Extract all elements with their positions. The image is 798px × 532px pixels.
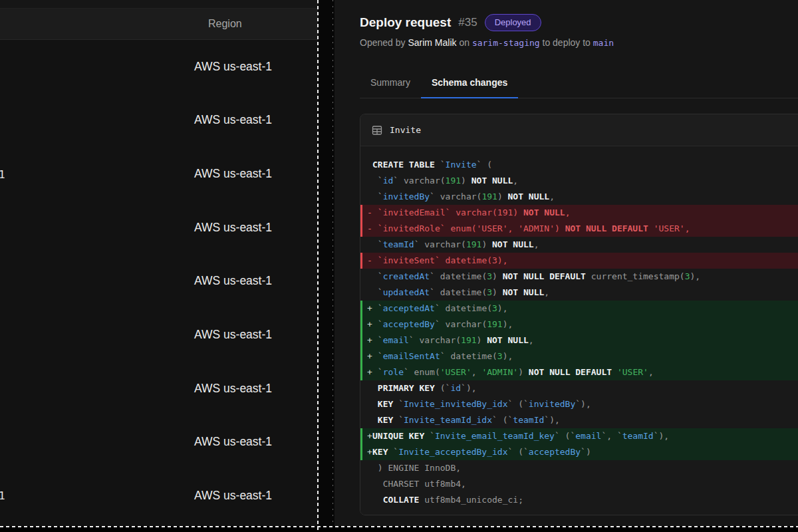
table-row[interactable]: AWS us-east-1 <box>0 94 318 148</box>
deploy-request-header: Deploy request #35 Deployed Opened by Sa… <box>360 0 798 51</box>
code-line: CREATE TABLE `Invite` ( <box>360 157 798 173</box>
region-cell: AWS us-east-1 <box>194 489 272 503</box>
diff-line-added: + `emailSentAt` datetime(3), <box>360 348 798 364</box>
table-row[interactable]: AWS us-east-1 <box>0 415 318 469</box>
diff-line-added: + `acceptedAt` datetime(3), <box>360 301 798 317</box>
schema-table-header: Invite <box>360 114 798 146</box>
schema-table-name: Invite <box>390 125 421 135</box>
code-line: CHARSET utf8mb4, <box>360 476 798 492</box>
diff-line-added: + `role` enum('USER', 'ADMIN') NOT NULL … <box>360 364 798 380</box>
deploy-request-number: #35 <box>458 16 477 29</box>
diff-line-removed: - `invitedRole` enum('USER', 'ADMIN') NO… <box>360 221 798 237</box>
diff-line-removed: - `invitedEmail` varchar(191) NOT NULL, <box>360 205 798 221</box>
region-cell: AWS us-east-1 <box>194 221 272 235</box>
crop-dashed-line-vertical <box>317 0 319 532</box>
diff-plus-marker: + <box>367 364 372 380</box>
code-line: COLLATE utf8mb4_unicode_ci; <box>360 492 798 508</box>
region-cell: AWS us-east-1 <box>194 328 272 342</box>
on-text: on <box>459 37 469 48</box>
diff-line-added: +UNIQUE KEY `Invite_email_teamId_key` (`… <box>360 428 798 444</box>
diff-plus-marker: + <box>367 428 372 444</box>
region-cell: AWS us-east-1 <box>194 167 272 181</box>
table-row[interactable]: AWS us-east-1 <box>0 255 318 309</box>
region-table-body: AWS us-east-1AWS us-east-11AWS us-east-1… <box>0 40 318 523</box>
status-badge: Deployed <box>485 14 541 31</box>
crop-dashed-line-bottom <box>0 526 798 527</box>
code-line: `updatedAt` datetime(3) NOT NULL, <box>360 285 798 301</box>
source-branch-link[interactable]: sarim-staging <box>472 38 540 48</box>
clipped-branch-text: 1 <box>0 489 5 502</box>
region-cell: AWS us-east-1 <box>194 382 272 396</box>
diff-plus-marker: + <box>367 317 372 332</box>
code-line: ) ENGINE InnoDB, <box>360 460 798 476</box>
table-row[interactable]: AWS us-east-1 <box>0 201 318 255</box>
author-name: Sarim Malik <box>408 37 456 48</box>
diff-minus-marker: - <box>367 221 372 237</box>
schema-diff-code: CREATE TABLE `Invite` ( `id` varchar(191… <box>360 146 798 515</box>
bottom-black-band <box>0 527 798 532</box>
table-row[interactable]: AWS us-east-1 <box>0 40 318 94</box>
to-deploy-to-text: to deploy to <box>543 37 591 48</box>
table-row[interactable]: 1AWS us-east-1 <box>0 147 318 201</box>
code-line: `teamId` varchar(191) NOT NULL, <box>360 237 798 253</box>
code-line: `id` varchar(191) NOT NULL, <box>360 173 798 189</box>
diff-plus-marker: + <box>367 348 372 364</box>
tab-summary[interactable]: Summary <box>360 69 421 98</box>
region-cell: AWS us-east-1 <box>194 113 272 127</box>
diff-line-added: + `acceptedBy` varchar(191), <box>360 317 798 332</box>
region-cell: AWS us-east-1 <box>194 60 272 74</box>
schema-diff-card: Invite CREATE TABLE `Invite` ( `id` varc… <box>360 114 798 515</box>
table-top-strip <box>0 0 318 9</box>
table-row[interactable]: 1AWS us-east-1 <box>0 469 318 523</box>
code-line: `createdAt` datetime(3) NOT NULL DEFAULT… <box>360 269 798 285</box>
code-line: `invitedBy` varchar(191) NOT NULL, <box>360 189 798 205</box>
region-cell: AWS us-east-1 <box>194 274 272 288</box>
code-line: KEY `Invite_invitedBy_idx` (`invitedBy`)… <box>360 396 798 412</box>
tab-schema-changes[interactable]: Schema changes <box>421 69 518 98</box>
tab-bar: Summary Schema changes <box>360 69 798 98</box>
code-line: PRIMARY KEY (`id`), <box>360 380 798 396</box>
clipped-branch-text: 1 <box>0 168 5 180</box>
app-root: Region AWS us-east-1AWS us-east-11AWS us… <box>0 0 798 532</box>
region-cell: AWS us-east-1 <box>194 435 272 449</box>
table-row[interactable]: AWS us-east-1 <box>0 362 318 416</box>
divider-dotted-line <box>332 0 333 526</box>
diff-line-added: +KEY `Invite_acceptedBy_idx` (`acceptedB… <box>360 444 798 460</box>
diff-line-added: + `email` varchar(191) NOT NULL, <box>360 332 798 348</box>
deploy-request-pane: Deploy request #35 Deployed Opened by Sa… <box>334 0 798 526</box>
target-branch-link[interactable]: main <box>593 38 614 48</box>
region-table: Region AWS us-east-1AWS us-east-11AWS us… <box>0 0 318 526</box>
diff-minus-marker: - <box>367 253 372 269</box>
page-title: Deploy request <box>360 15 451 30</box>
opened-by-text: Opened by <box>360 37 406 48</box>
table-row[interactable]: AWS us-east-1 <box>0 308 318 362</box>
deploy-request-subtitle: Opened by Sarim Malik on sarim-staging t… <box>360 37 798 51</box>
diff-line-removed: - `inviteSent` datetime(3), <box>360 253 798 269</box>
region-column-header: Region <box>208 18 242 30</box>
diff-plus-marker: + <box>367 444 372 460</box>
code-line: KEY `Invite_teamId_idx` (`teamId`), <box>360 412 798 428</box>
region-column-header-row: Region <box>0 9 318 40</box>
diff-plus-marker: + <box>367 301 372 317</box>
diff-plus-marker: + <box>367 332 372 348</box>
diff-minus-marker: - <box>367 205 372 221</box>
table-grid-icon <box>372 125 382 136</box>
